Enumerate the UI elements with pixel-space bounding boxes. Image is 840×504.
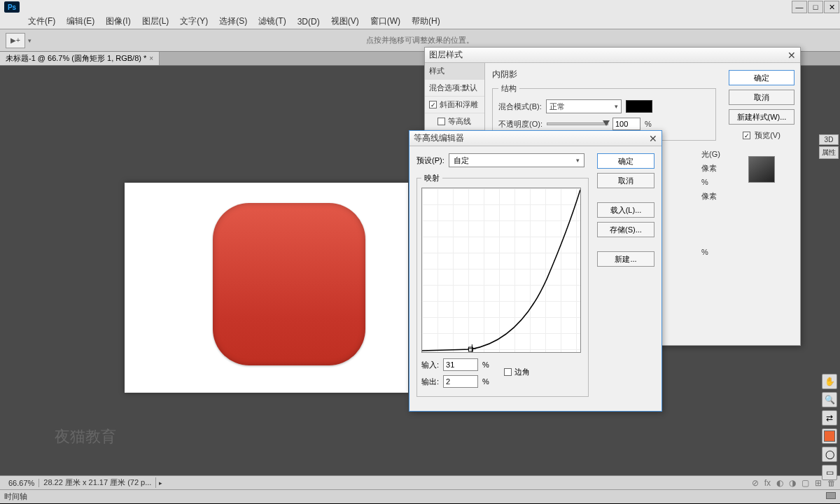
contour-editor-dialog: 等高线编辑器 ✕ 预设(P): 自定 确定 取消 载入(L)... 存储(S).… (409, 130, 662, 412)
ce-preset-label: 预设(P): (416, 155, 444, 166)
mask-icon[interactable]: ◯ (822, 447, 837, 462)
ls-opacity-slider[interactable] (547, 122, 608, 125)
ce-corner-checkbox[interactable] (504, 368, 512, 376)
menu-text[interactable]: 文字(Y) (174, 15, 214, 27)
ce-input-percent: % (482, 360, 489, 369)
app-logo: Ps (4, 1, 20, 13)
ls-preview-checkbox[interactable] (743, 132, 750, 139)
menu-3d[interactable]: 3D(D) (292, 17, 326, 27)
shape-rounded-rect (213, 203, 365, 365)
screen-mode-icon[interactable]: ▭ (822, 465, 837, 480)
ls-structure-legend: 结构 (498, 83, 519, 94)
status-bar: 66.67% 28.22 厘米 x 21.17 厘米 (72 p... ▸ ⊘ … (0, 475, 840, 489)
menu-select[interactable]: 选择(S) (214, 15, 253, 27)
menu-view[interactable]: 视图(V) (326, 15, 365, 27)
ls-partial-labels: 光(G) 像素 % 像素 % (701, 147, 723, 259)
ls-opacity-label: 不透明度(O): (498, 119, 542, 130)
hand-tool-icon[interactable]: ✋ (822, 374, 837, 389)
contour-title: 等高线编辑器 (414, 132, 464, 144)
ls-preview-label: 预览(V) (755, 130, 780, 141)
swatch-icon[interactable] (822, 428, 837, 444)
minimize-button[interactable]: — (792, 1, 807, 13)
menu-filter[interactable]: 滤镜(T) (253, 15, 291, 27)
ls-preview-swatch (748, 153, 775, 183)
panel-tab-3d[interactable]: 3D (819, 134, 839, 145)
ls-percent: % (645, 120, 652, 128)
tool-indicator[interactable]: ▶+ (6, 33, 25, 48)
link-icon[interactable]: ⊘ (752, 478, 759, 488)
ls-opacity-input[interactable] (612, 118, 640, 130)
layer-style-buttons: 确定 取消 新建样式(W)... 预览(V) (723, 63, 800, 346)
ls-contour[interactable]: 等高线 (425, 113, 484, 130)
ce-input-label: 输入: (421, 360, 439, 370)
contour-titlebar[interactable]: 等高线编辑器 ✕ (410, 131, 662, 146)
zoom-tool-icon[interactable]: 🔍 (822, 392, 837, 407)
ce-curve-canvas[interactable] (421, 188, 581, 353)
ls-section-title: 内阴影 (492, 69, 716, 80)
panel-tab-properties[interactable]: 属性 (819, 146, 839, 159)
layer-style-titlebar[interactable]: 图层样式 ✕ (425, 48, 800, 63)
ls-ok-button[interactable]: 确定 (729, 70, 794, 85)
ce-new-button[interactable]: 新建... (597, 251, 654, 267)
mask-add-icon[interactable]: ◐ (776, 478, 783, 488)
ls-blend-default[interactable]: 混合选项:默认 (425, 80, 484, 97)
ce-save-button[interactable]: 存储(S)... (597, 222, 654, 237)
ce-output-percent: % (482, 377, 489, 386)
ce-preset-select[interactable]: 自定 (449, 153, 584, 167)
group-icon[interactable]: ▢ (802, 478, 809, 488)
ls-blendmode-select[interactable]: 正常 (546, 99, 622, 113)
ce-input-field[interactable] (443, 358, 478, 371)
ls-contour-checkbox[interactable] (438, 118, 445, 125)
menubar: 文件(F) 编辑(E) 图像(I) 图层(L) 文字(Y) 选择(S) 滤镜(T… (0, 14, 840, 29)
document-tab[interactable]: 未标题-1 @ 66.7% (圆角矩形 1, RGB/8) * × (0, 52, 160, 65)
ce-load-button[interactable]: 载入(L)... (597, 202, 654, 218)
right-dock: ✋ 🔍 ⇄ ◯ ▭ (819, 374, 840, 480)
ce-output-label: 输出: (421, 377, 439, 387)
menu-edit[interactable]: 编辑(E) (61, 15, 100, 27)
document-tab-close-icon[interactable]: × (149, 55, 153, 62)
ce-corner-label: 边角 (514, 367, 530, 377)
ce-ok-button[interactable]: 确定 (597, 153, 654, 169)
ce-mapping-legend: 映射 (421, 173, 442, 183)
swap-icon[interactable]: ⇄ (822, 410, 837, 426)
menu-window[interactable]: 窗口(W) (365, 15, 406, 27)
doc-info[interactable]: 28.22 厘米 x 21.17 厘米 (72 p... (39, 477, 156, 488)
ls-newstyle-button[interactable]: 新建样式(W)... (729, 109, 794, 125)
contour-close-icon[interactable]: ✕ (649, 133, 657, 144)
timeline-label: 时间轴 (4, 492, 27, 500)
ls-styles-header[interactable]: 样式 (425, 63, 484, 80)
options-hint: 点按并拖移可调整效果的位置。 (366, 35, 474, 46)
menu-image[interactable]: 图像(I) (100, 15, 136, 27)
window-titlebar: Ps — □ ✕ (0, 0, 840, 14)
ls-blendmode-label: 混合模式(B): (498, 102, 542, 112)
document-tab-title: 未标题-1 @ 66.7% (圆角矩形 1, RGB/8) * (6, 53, 146, 64)
watermark-text: 夜猫教育 (55, 426, 116, 447)
menu-help[interactable]: 帮助(H) (406, 15, 446, 27)
fx-icon[interactable]: fx (764, 478, 771, 488)
ls-color-swatch[interactable] (626, 100, 652, 113)
layer-style-title: 图层样式 (429, 49, 463, 61)
timeline-panel[interactable]: 时间轴 (0, 489, 840, 503)
zoom-level[interactable]: 66.67% (4, 479, 39, 487)
ls-cancel-button[interactable]: 取消 (729, 90, 794, 105)
maximize-button[interactable]: □ (808, 1, 823, 13)
menu-layer[interactable]: 图层(L) (136, 15, 175, 27)
artboard (125, 183, 408, 393)
ls-bevel-checkbox[interactable] (429, 101, 437, 108)
ls-bevel-emboss[interactable]: 斜面和浮雕 (425, 97, 484, 113)
menu-file[interactable]: 文件(F) (22, 15, 61, 27)
adjustment-icon[interactable]: ◑ (789, 478, 796, 488)
layer-style-close-icon[interactable]: ✕ (788, 50, 796, 61)
timeline-resize-handle[interactable] (826, 492, 836, 499)
ce-cancel-button[interactable]: 取消 (597, 173, 654, 188)
close-button[interactable]: ✕ (824, 1, 839, 13)
ce-output-field[interactable] (443, 375, 478, 388)
